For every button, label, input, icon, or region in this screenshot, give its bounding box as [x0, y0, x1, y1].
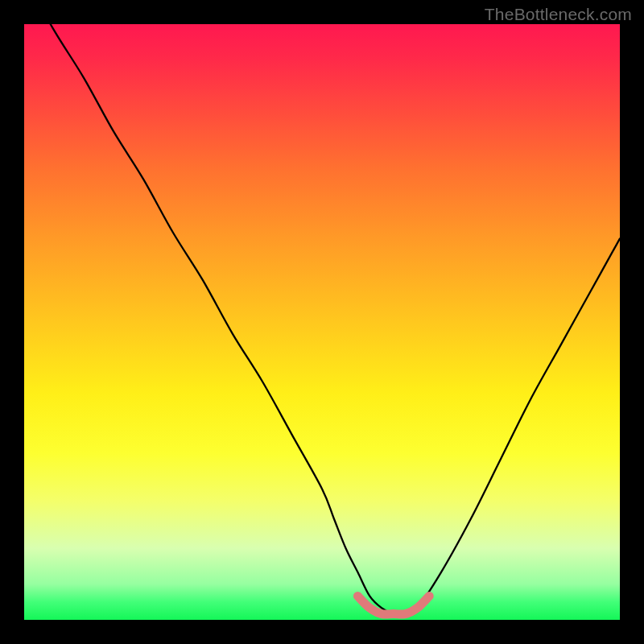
optimal-highlight-line [357, 596, 429, 614]
bottleneck-curve-line [24, 0, 620, 615]
watermark-text: TheBottleneck.com [485, 5, 632, 24]
chart-overlay [0, 0, 644, 644]
